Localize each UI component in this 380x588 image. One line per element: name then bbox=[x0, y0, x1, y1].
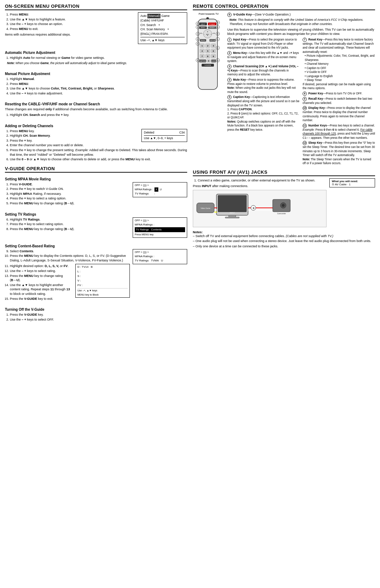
av-right-info: What you will need: ① AV Cable · 1 bbox=[329, 178, 375, 187]
remote-notes-col: 6 V-Guide Key—(See V-Guide Operation.) N… bbox=[227, 12, 375, 167]
auto-pic-step-1: Highlight Auto for normal viewing or Gam… bbox=[10, 56, 187, 60]
remote-notes-right: 7 Reset Key—Press this key twice to rest… bbox=[303, 38, 375, 167]
svg-rect-75 bbox=[229, 215, 236, 217]
note-3: 3 Channel Scanning (CH ▲▼) and Volume (V… bbox=[227, 64, 300, 77]
svg-text:Camcorder: Camcorder bbox=[277, 212, 286, 215]
svg-text:⑪: ⑪ bbox=[217, 47, 218, 49]
manual-pic-section: Manual Picture Adjustment Highlight Manu… bbox=[5, 69, 187, 97]
tv-ratings-section: Setting TV Ratings OFF < ())) > MPAA Rat… bbox=[5, 210, 187, 239]
svg-text:MENU: MENU bbox=[201, 27, 205, 29]
content-box2: D : TV14 B L : S : V : FV : Use –+, ▲▼ k… bbox=[75, 264, 130, 297]
what-need-label: What you will need: bbox=[332, 180, 358, 183]
av-diagram-svg: INPUT Video Game Camcorder bbox=[195, 192, 294, 224]
remote-image: Point towards TV INPUT POWER bbox=[193, 12, 224, 167]
manual-step-3: Use the ▲▼ keys to choose Color, Tint, C… bbox=[10, 86, 187, 91]
resetting-step-1: Highlight CH. Search and press the + key… bbox=[10, 113, 187, 117]
auto-pic-section: Automatic Picture Adjustment Highlight A… bbox=[5, 48, 187, 67]
remote-point-label: Point towards TV bbox=[193, 12, 224, 16]
remote-section: REMOTE CONTROL OPERATION Point towards T… bbox=[193, 4, 375, 167]
mpaa-title: Setting MPAA Movie Rating bbox=[5, 177, 187, 181]
turning-step-1: Press the V-GUIDE key. bbox=[10, 312, 187, 317]
manual-step-1: Highlight Manual. bbox=[10, 77, 187, 81]
note-5: 5 Caption Key—Captioning is text informa… bbox=[227, 95, 300, 132]
remote-title: REMOTE CONTROL OPERATION bbox=[193, 4, 375, 10]
manual-step-4: Use the – + keys to make adjustment. bbox=[10, 91, 187, 96]
av-steps-list: Connect a video game, camcorder, or othe… bbox=[193, 178, 327, 183]
menu-footer: Use –+, ▲▼ keys bbox=[140, 37, 185, 43]
svg-text:Video Game: Video Game bbox=[201, 207, 210, 209]
remote-notes-left: 1 Input Key—Press to select the program … bbox=[227, 38, 300, 167]
av-note-1: – Switch off TV and external equipment b… bbox=[193, 234, 375, 239]
vguide-title: V-GUIDE OPERATION bbox=[5, 166, 187, 173]
svg-text:⑦: ⑦ bbox=[217, 22, 219, 24]
resetting-steps: Highlight CH. Search and press the + key… bbox=[5, 113, 187, 117]
svg-text:⑨: ⑨ bbox=[217, 33, 219, 35]
menu-line2: (Cable) VHF/UHF bbox=[140, 18, 185, 23]
adding-section: Adding or Deleting Channels DeletedC34 U… bbox=[5, 122, 187, 163]
auto-pic-title: Automatic Picture Adjustment bbox=[5, 51, 187, 55]
note-2: 2 Menu Key—Use this key with the ▲▼ and … bbox=[227, 51, 300, 63]
av-title: USING FRONT A/V (AV1) JACKS bbox=[193, 169, 375, 176]
note-6-container: 6 V-Guide Key—(See V-Guide Operation.) N… bbox=[227, 12, 375, 36]
manual-step-2: Press MENU. bbox=[10, 82, 187, 86]
adding-step-4: Enter the channel number you want to add… bbox=[10, 143, 187, 148]
svg-text:▲: ▲ bbox=[207, 31, 208, 32]
svg-text:⑧: ⑧ bbox=[217, 26, 219, 28]
remote-svg: INPUT POWER RESET MENU ▲ ▼ bbox=[193, 16, 223, 94]
turning-section: Turning Off the V-Guide Press the V-GUID… bbox=[5, 305, 187, 323]
av-content: Connect a video game, camcorder, or othe… bbox=[193, 178, 375, 229]
mpaa-box: OFF < ())) > MPAA Ratings :XU TV Ratings… bbox=[133, 182, 187, 197]
content-title: Setting Content-Based Rating bbox=[5, 244, 187, 248]
av-steps: Connect a video game, camcorder, or othe… bbox=[193, 178, 327, 229]
svg-text:INPUT: INPUT bbox=[201, 24, 205, 25]
resetting-section: Resetting the CABLE–VHF/UHF mode or Chan… bbox=[5, 100, 187, 118]
remote-big-container: Point towards TV INPUT POWER bbox=[193, 12, 375, 167]
svg-text:MUTE: MUTE bbox=[201, 39, 205, 41]
svg-text:SLEEP: SLEEP bbox=[211, 60, 216, 62]
turning-step-2: Use the – + keys to select OFF. bbox=[10, 317, 187, 322]
note-6b: Note: This feature is designed to comply… bbox=[229, 18, 375, 26]
turning-title: Turning Off the V-Guide bbox=[5, 308, 187, 311]
svg-text:ACH: ACH bbox=[206, 34, 209, 35]
note-4: 4 Mute Key—Press once to suppress the vo… bbox=[227, 78, 300, 94]
svg-text:POWER: POWER bbox=[209, 24, 215, 25]
note-6c: Use this feature to supervise the televi… bbox=[227, 27, 375, 36]
resetting-title: Resetting the CABLE–VHF/UHF mode or Chan… bbox=[5, 102, 187, 106]
av-cable-label: ① AV Cable · 1 bbox=[332, 183, 350, 186]
deleted-box: DeletedC34 Use ▲▼, 0–9, + keys bbox=[141, 129, 187, 142]
content-section: Setting Content-Based Rating OFF < ())) … bbox=[5, 242, 187, 303]
svg-rect-74 bbox=[218, 195, 247, 212]
note-12: 12 Sleep Key—Press this key then press t… bbox=[303, 141, 375, 165]
mpaa-step-5: Press the MENU key to change rating (B↔U… bbox=[10, 201, 187, 206]
svg-text:DISPLAY: DISPLAY bbox=[210, 39, 216, 41]
av-diagram: INPUT Video Game Camcorder bbox=[193, 190, 327, 227]
svg-point-82 bbox=[282, 204, 285, 207]
svg-text:RESET: RESET bbox=[210, 27, 215, 29]
svg-text:⑩: ⑩ bbox=[217, 38, 218, 40]
av-note-3: – Only one device at a time can be conne… bbox=[193, 244, 375, 249]
svg-rect-76 bbox=[225, 217, 239, 218]
auto-pic-note: Note: When you choose Game, the picture … bbox=[7, 61, 187, 66]
menu-line5: (ENGL) FRAN ESPA bbox=[140, 32, 185, 36]
svg-text:V-GUIDE: V-GUIDE bbox=[204, 64, 211, 66]
adding-title: Adding or Deleting Channels bbox=[5, 124, 187, 128]
menu-line4: CH. Scan Memory + bbox=[140, 27, 185, 32]
note-10: 10 Display Key—Press once to display the… bbox=[303, 106, 375, 122]
adding-step-5: Press the + key to change the present se… bbox=[10, 148, 187, 157]
av-notes-section: Notes: – Switch off TV and external equi… bbox=[193, 230, 375, 249]
av-note-2: – One audio plug will not be used when c… bbox=[193, 239, 375, 243]
content-box1: OFF < ())) > MPAA Ratings : TV Ratings T… bbox=[133, 249, 187, 265]
av-section: USING FRONT A/V (AV1) JACKS Connect a vi… bbox=[193, 169, 375, 250]
note-1: 1 Input Key—Press to select the program … bbox=[227, 38, 300, 50]
av-notes-title: Notes: bbox=[193, 230, 203, 234]
svg-text:CAPTION: CAPTION bbox=[200, 60, 206, 62]
svg-text:⑫: ⑫ bbox=[217, 60, 218, 61]
adding-step-6: Use the 0 – 9 or ▲▼ keys to choose other… bbox=[10, 157, 187, 162]
remote-notes-grid: 1 Input Key—Press to select the program … bbox=[227, 38, 375, 167]
note-9: 9 Recall Key—Press to switch between the… bbox=[303, 97, 375, 105]
note-7: 7 Reset Key—Press this key twice to rest… bbox=[303, 38, 375, 91]
manual-pic-steps: Highlight Manual. Press MENU. Use the ▲▼… bbox=[5, 77, 187, 95]
auto-pic-steps: Highlight Auto for normal viewing or Gam… bbox=[5, 56, 187, 60]
svg-text:+VOL: +VOL bbox=[212, 33, 215, 34]
manual-pic-title: Manual Picture Adjustment bbox=[5, 72, 187, 76]
